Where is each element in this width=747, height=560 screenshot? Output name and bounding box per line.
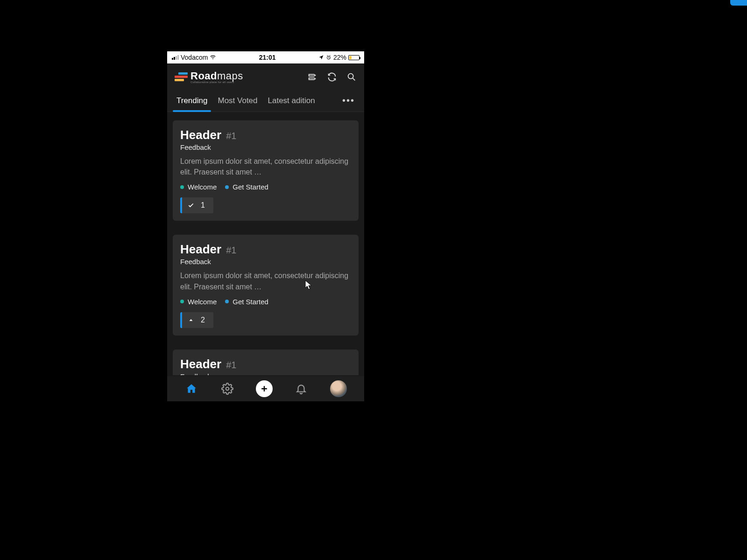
vote-button[interactable]: 2 bbox=[180, 312, 213, 328]
tab-most-voted[interactable]: Most Voted bbox=[218, 96, 257, 111]
tag-welcome[interactable]: Welcome bbox=[180, 183, 217, 191]
search-icon[interactable] bbox=[346, 72, 357, 82]
status-left: Vodacom bbox=[172, 54, 216, 61]
app-header: Roadmaps Collaborative place for all use… bbox=[167, 63, 364, 91]
card-title: Header bbox=[180, 357, 221, 371]
nav-settings-button[interactable] bbox=[220, 382, 234, 396]
card-title: Header bbox=[180, 242, 221, 257]
tabs: Trending Most Voted Latest adition ••• bbox=[167, 91, 364, 112]
alarm-icon bbox=[326, 55, 331, 60]
signpost-icon[interactable] bbox=[307, 72, 317, 82]
tag-get-started[interactable]: Get Started bbox=[225, 183, 268, 191]
svg-point-2 bbox=[348, 74, 353, 79]
battery-pct: 22% bbox=[333, 54, 346, 61]
feed-card[interactable]: Header #1 Feedback Lorem ipsum dolor sit… bbox=[173, 120, 359, 221]
corner-accent bbox=[730, 0, 747, 6]
caret-up-icon bbox=[188, 317, 194, 323]
tag-welcome[interactable]: Welcome bbox=[180, 298, 217, 306]
tag-get-started[interactable]: Get Started bbox=[225, 298, 268, 306]
tab-latest-adition[interactable]: Latest adition bbox=[268, 96, 315, 111]
dot-icon bbox=[225, 185, 229, 189]
tag-label: Welcome bbox=[188, 183, 217, 191]
card-rank: #1 bbox=[226, 131, 236, 141]
tabs-more-icon[interactable]: ••• bbox=[342, 95, 355, 112]
nav-notifications-button[interactable] bbox=[294, 382, 308, 396]
card-category: Feedback bbox=[180, 143, 351, 151]
feed[interactable]: Header #1 Feedback Lorem ipsum dolor sit… bbox=[167, 112, 364, 375]
status-time: 21:01 bbox=[259, 54, 276, 61]
card-tags: Welcome Get Started bbox=[180, 183, 351, 191]
svg-point-0 bbox=[213, 59, 213, 60]
card-rank: #1 bbox=[226, 360, 236, 371]
dot-icon bbox=[225, 300, 229, 303]
location-icon bbox=[318, 55, 324, 60]
dot-icon bbox=[180, 300, 184, 303]
vote-button[interactable]: 1 bbox=[180, 197, 213, 213]
card-tags: Welcome Get Started bbox=[180, 298, 351, 306]
card-title: Header bbox=[180, 128, 221, 142]
signal-icon bbox=[172, 55, 179, 60]
card-category: Feedback bbox=[180, 258, 351, 266]
check-icon bbox=[188, 202, 194, 209]
feed-card[interactable]: Header #1 Feedback Lorem ipsum dolor sit… bbox=[173, 350, 359, 375]
card-body: Lorem ipsum dolor sit amet, consectetur … bbox=[180, 156, 351, 177]
tag-label: Welcome bbox=[188, 298, 217, 306]
bottom-nav bbox=[167, 376, 364, 401]
tag-label: Get Started bbox=[233, 183, 268, 191]
plus-icon bbox=[260, 384, 269, 393]
vote-count: 2 bbox=[201, 316, 205, 324]
gear-icon bbox=[221, 383, 233, 395]
bell-icon bbox=[295, 383, 307, 395]
logo-text-bold: Road bbox=[190, 70, 217, 82]
nav-add-button[interactable] bbox=[256, 380, 273, 397]
status-right: 22% bbox=[318, 54, 359, 61]
nav-home-button[interactable] bbox=[184, 382, 198, 396]
carrier-label: Vodacom bbox=[181, 54, 208, 61]
tab-trending[interactable]: Trending bbox=[176, 96, 207, 111]
card-body: Lorem ipsum dolor sit amet, consectetur … bbox=[180, 270, 351, 292]
logo-text-light: maps bbox=[217, 70, 243, 82]
header-actions bbox=[307, 72, 357, 82]
wifi-icon bbox=[210, 54, 216, 61]
home-icon bbox=[185, 383, 197, 395]
battery-icon bbox=[348, 55, 359, 60]
logo-mark-icon bbox=[175, 72, 188, 82]
feed-card[interactable]: Header #1 Feedback Lorem ipsum dolor sit… bbox=[173, 235, 359, 335]
card-rank: #1 bbox=[226, 245, 236, 256]
phone-frame: Vodacom 21:01 22% Roadmaps Collaborative… bbox=[167, 51, 364, 401]
svg-point-3 bbox=[226, 387, 229, 391]
vote-count: 1 bbox=[201, 201, 205, 210]
card-category: Feedback bbox=[180, 372, 351, 375]
logo-text: Roadmaps bbox=[190, 71, 243, 81]
nav-profile-avatar[interactable] bbox=[330, 380, 347, 397]
tag-label: Get Started bbox=[233, 298, 268, 306]
dot-icon bbox=[180, 185, 184, 189]
status-bar: Vodacom 21:01 22% bbox=[167, 51, 364, 63]
tab-underline bbox=[173, 110, 211, 112]
logo[interactable]: Roadmaps Collaborative place for all use… bbox=[175, 71, 243, 84]
refresh-icon[interactable] bbox=[327, 72, 337, 82]
